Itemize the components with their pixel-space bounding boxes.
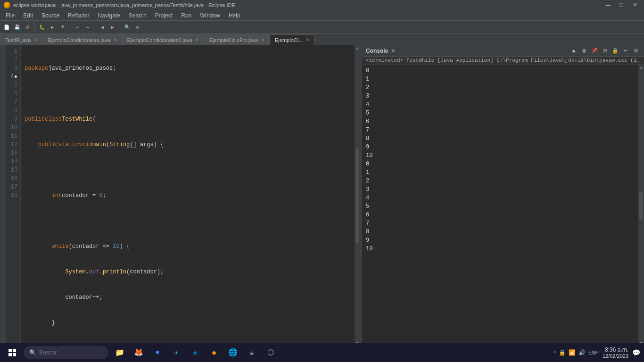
console-filter-icon[interactable]: ⚙ <box>632 47 640 55</box>
tab-ejemplo-ci[interactable]: EjemploCi... ✕ <box>270 34 314 45</box>
run-button[interactable]: ▶ <box>48 23 57 32</box>
tab-label: EjemploCi... <box>275 37 303 43</box>
console-line: 7 <box>366 219 635 228</box>
minimize-button[interactable]: ─ <box>603 1 613 9</box>
menu-project[interactable]: Project <box>151 11 176 20</box>
taskbar-app-telegram[interactable]: ✈ <box>168 344 185 361</box>
clock[interactable]: 8:36 a.m. 12/02/2023 <box>603 346 628 359</box>
line-number: 11 <box>8 132 17 140</box>
taskbar-app-vscode[interactable]: ◈ <box>187 344 204 361</box>
console-line: 3 <box>366 92 635 100</box>
console-line: 10 <box>366 245 635 253</box>
notification-icon[interactable]: 💬 <box>632 349 640 356</box>
tab-close-icon[interactable]: ✕ <box>113 37 117 42</box>
close-button[interactable]: ✕ <box>630 1 640 9</box>
line-number: 8 <box>8 107 17 115</box>
search-input[interactable] <box>39 349 96 356</box>
maximize-button[interactable]: □ <box>617 1 626 9</box>
line-number: 12 <box>8 140 17 149</box>
console-clear-icon[interactable]: 🗑 <box>580 47 588 55</box>
line-number: 14 <box>8 157 17 166</box>
navigate-back-button[interactable]: ◀ <box>98 23 107 32</box>
console-layout-icon[interactable]: ⊞ <box>601 47 609 55</box>
taskbar-app-chrome2[interactable]: 🌐 <box>224 344 241 361</box>
menu-refactor[interactable]: Refactor <box>64 11 93 20</box>
scroll-thumb[interactable] <box>355 148 359 243</box>
console-scroll-thumb[interactable] <box>639 191 643 220</box>
console-output-area: 0 1 2 3 4 5 6 7 8 9 10 0 1 2 3 4 5 6 7 8 <box>362 65 644 346</box>
undo-button[interactable]: ↩ <box>73 23 82 32</box>
tab-close-icon[interactable]: ✕ <box>261 37 264 42</box>
console-pin-icon[interactable]: 📌 <box>590 47 599 55</box>
taskbar-app-java[interactable]: ☕ <box>243 344 260 361</box>
taskbar-app-unknown[interactable]: ⬡ <box>262 344 279 361</box>
code-line-10: contador++; <box>25 293 351 302</box>
menu-search[interactable]: Search <box>125 11 150 20</box>
console-line: 5 <box>366 109 635 117</box>
settings-button[interactable]: ⚙ <box>133 23 142 32</box>
tray-chevron[interactable]: ^ <box>553 350 556 355</box>
code-line-4: public static void main(String[] args) { <box>25 140 351 149</box>
tab-testir[interactable]: TestIR.java ✕ <box>0 34 42 45</box>
navigate-forward-button[interactable]: ▶ <box>108 23 117 32</box>
code-line-8: while (contador <= 10) { <box>25 242 351 251</box>
code-editor[interactable]: package java_primeros_pasos; public clas… <box>21 45 355 346</box>
scroll-up-arrow[interactable]: ▲ <box>356 46 359 50</box>
taskbar-search[interactable]: 🔍 <box>24 346 108 359</box>
console-line: 5 <box>366 202 635 211</box>
menu-file[interactable]: File <box>2 11 18 20</box>
svg-rect-3 <box>13 353 16 356</box>
console-line: 0 <box>366 160 635 168</box>
console-terminate-icon[interactable]: ■ <box>570 47 578 55</box>
menu-window[interactable]: Window <box>196 11 224 20</box>
tab-close-icon[interactable]: ✕ <box>33 37 37 42</box>
taskbar-app-sublime[interactable]: ◆ <box>206 344 223 361</box>
debug-button[interactable]: 🐛 <box>37 23 47 32</box>
redo-button[interactable]: ↪ <box>83 23 92 32</box>
tray-language[interactable]: ESP <box>588 350 599 355</box>
console-scroll-lock-icon[interactable]: 🔒 <box>611 47 619 55</box>
console-scroll-up-arrow[interactable]: ▲ <box>640 66 643 70</box>
search-button[interactable]: 🔍 <box>123 23 132 32</box>
line-number: 7 <box>8 98 17 107</box>
taskbar-app-firefox[interactable]: 🦊 <box>130 344 147 361</box>
console-close-icon[interactable]: ✕ <box>391 48 396 54</box>
menu-navigate[interactable]: Navigate <box>94 11 124 20</box>
print-button[interactable]: 🖨 <box>23 23 32 32</box>
tab-close-icon[interactable]: ✕ <box>195 37 199 42</box>
menu-source[interactable]: Source <box>38 11 63 20</box>
menu-edit[interactable]: Edit <box>19 11 37 20</box>
console-status: <terminated> TestWhile [Java Application… <box>362 57 644 65</box>
console-line: 0 <box>366 66 635 75</box>
new-button[interactable]: 📄 <box>2 23 11 32</box>
toolbar-separator-2 <box>70 23 70 32</box>
console-vertical-scrollbar[interactable]: ▲ ▼ <box>638 65 644 346</box>
code-line-2 <box>25 90 351 98</box>
run-config-button[interactable]: ▼ <box>58 23 67 32</box>
console-line: 2 <box>366 83 635 92</box>
tray-network-icon: 🔒 <box>559 349 566 356</box>
tab-ejemplo-ciclo-for[interactable]: EjemploCicloFor.java ✕ <box>204 34 270 45</box>
svg-rect-2 <box>8 353 12 356</box>
tab-close-icon[interactable]: ✕ <box>305 37 309 42</box>
save-button[interactable]: 💾 <box>12 23 22 32</box>
title-bar-controls: ─ □ ✕ <box>603 1 640 9</box>
start-button[interactable] <box>4 344 21 361</box>
menu-run[interactable]: Run <box>177 11 195 20</box>
console-line: 8 <box>366 134 635 143</box>
menu-help[interactable]: Help <box>225 11 244 20</box>
taskbar-app-chrome[interactable]: ● <box>149 344 166 361</box>
line-number: 5 <box>8 81 17 90</box>
console-line: 9 <box>366 236 635 245</box>
taskbar-app-file-explorer[interactable]: 📁 <box>111 344 128 361</box>
console-line: 10 <box>366 151 635 160</box>
console-word-wrap-icon[interactable]: ↵ <box>621 47 630 55</box>
system-tray: ^ 🔒 📶 🔊 ESP <box>553 349 599 356</box>
tab-ejemplo-condicionales2[interactable]: EjemploCondicionales2.java ✕ <box>122 34 204 45</box>
tab-ejemplo-condicionales[interactable]: EjemploCondicionales.java ✕ <box>42 34 122 45</box>
title-bar-left: eclipse-workspace - java_primeros_pasos/… <box>4 2 235 8</box>
code-line-5 <box>25 166 351 174</box>
editor-vertical-scrollbar[interactable]: ▲ ▼ <box>355 45 360 346</box>
console-title-row: Console ✕ <box>366 48 396 54</box>
line-number: 13 <box>8 149 17 157</box>
